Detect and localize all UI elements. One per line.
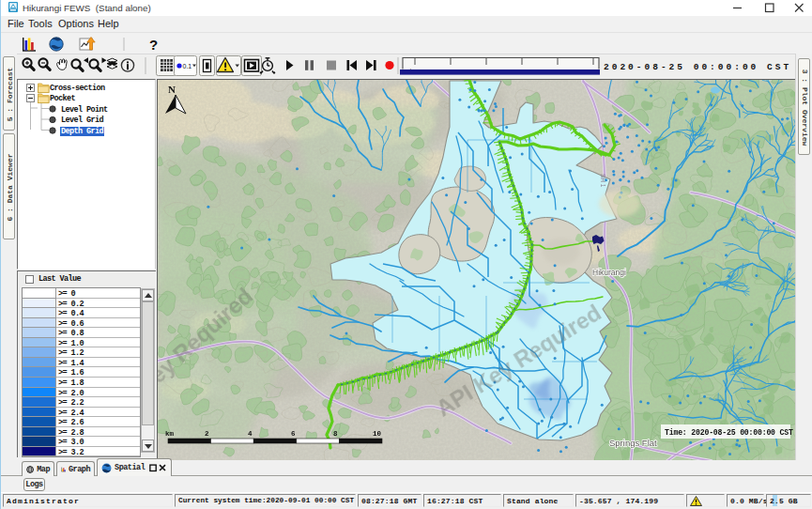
svg-text:8: 8: [333, 430, 338, 438]
svg-text:2: 2: [205, 430, 209, 438]
svg-text:4: 4: [248, 430, 253, 438]
svg-text:0.1: 0.1: [183, 63, 192, 69]
svg-text:N: N: [168, 84, 176, 95]
svg-text:Time: 2020-08-25 00:00:00 CST: Time: 2020-08-25 00:00:00 CST: [665, 428, 793, 437]
svg-text:Springs Flat: Springs Flat: [609, 438, 657, 448]
svg-text:Hikurangi: Hikurangi: [592, 268, 626, 277]
svg-text:10: 10: [373, 430, 382, 438]
svg-text:6: 6: [291, 430, 296, 438]
svg-text:2020-08-25 00:00:00 CST: 2020-08-25 00:00:00 CST: [604, 62, 791, 72]
svg-text:?: ?: [149, 37, 158, 53]
svg-text:km: km: [165, 430, 175, 438]
svg-text:SH 1: SH 1: [600, 174, 606, 188]
